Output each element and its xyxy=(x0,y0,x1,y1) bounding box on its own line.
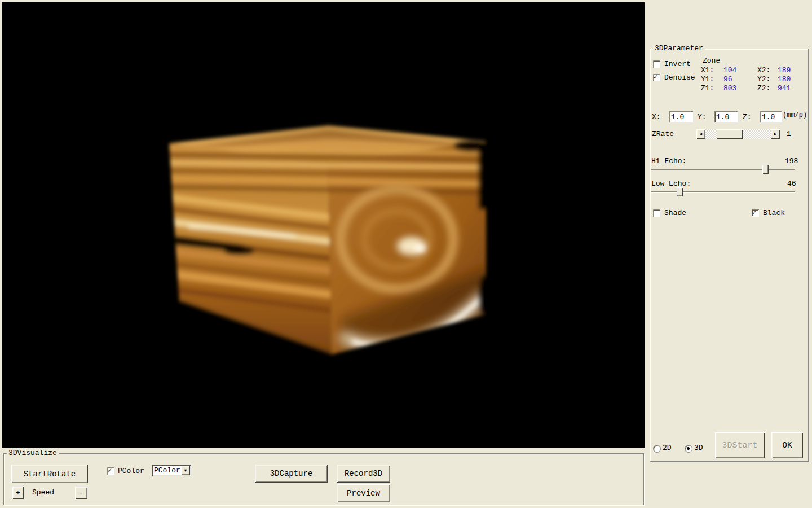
speed-label: Speed xyxy=(32,488,54,497)
scale-y-input[interactable] xyxy=(714,111,738,122)
low-echo-value: 46 xyxy=(787,179,796,188)
denoise-checkbox[interactable] xyxy=(653,74,660,81)
capture3d-button[interactable]: 3DCapture xyxy=(255,465,328,483)
pcolor-dropdown-value: PColor xyxy=(154,466,180,475)
mode-2d-radio[interactable] xyxy=(653,445,661,453)
parameter-groupbox xyxy=(650,49,809,462)
zone-x2-label: X2: xyxy=(757,66,770,75)
zone-x1-label: X1: xyxy=(701,66,714,75)
zone-y1-label: Y1: xyxy=(701,75,714,84)
invert-label: Invert xyxy=(664,60,691,68)
shade-label: Shade xyxy=(664,209,686,217)
zrate-label: ZRate xyxy=(652,130,674,138)
hi-echo-label: Hi Echo: xyxy=(651,157,686,165)
shade-checkbox[interactable] xyxy=(653,209,660,217)
zone-y2-label: Y2: xyxy=(757,75,770,84)
black-checkbox[interactable] xyxy=(752,209,759,217)
zone-y1-value: 96 xyxy=(723,75,732,84)
scale-z-input[interactable] xyxy=(760,111,782,122)
pcolor-dropdown-arrow-button[interactable]: ▼ xyxy=(181,466,190,475)
zone-z1-label: Z1: xyxy=(701,84,714,93)
pcolor-dropdown[interactable]: PColor ▼ xyxy=(152,465,191,476)
scale-x-input[interactable] xyxy=(669,111,693,122)
scale-x-label: X: xyxy=(652,113,661,121)
low-echo-label: Low Echo: xyxy=(651,179,691,188)
scale-y-label: Y: xyxy=(698,113,707,121)
mode-3d-label: 3D xyxy=(694,444,703,452)
zrate-scroll-thumb[interactable] xyxy=(717,129,743,139)
start-rotate-button[interactable]: StartRotate xyxy=(11,465,88,483)
ok-button[interactable]: OK xyxy=(771,432,803,458)
arrow-left-icon: ◄ xyxy=(700,132,703,137)
invert-checkbox[interactable] xyxy=(653,60,660,68)
black-label: Black xyxy=(763,209,785,217)
zrate-scroll-right-button[interactable]: ► xyxy=(771,129,780,139)
pcolor-checkbox-label: PColor xyxy=(118,467,144,475)
chevron-down-icon: ▼ xyxy=(184,468,187,473)
parameter-group-title: 3DParameter xyxy=(653,45,705,52)
scale-z-label: Z: xyxy=(743,113,752,121)
hi-echo-slider-thumb[interactable] xyxy=(762,165,769,174)
preview-button[interactable]: Preview xyxy=(337,484,390,502)
low-echo-slider-track[interactable] xyxy=(651,191,795,193)
zone-x2-value: 189 xyxy=(778,66,791,75)
scale-unit-label: (mm/p) xyxy=(783,111,807,119)
visualize-group-title: 3DVisualize xyxy=(7,449,59,457)
zone-z2-value: 941 xyxy=(778,84,791,93)
zrate-scroll-left-button[interactable]: ◄ xyxy=(696,129,705,139)
zrate-value: 1 xyxy=(787,130,791,138)
speed-minus-button[interactable]: - xyxy=(75,487,87,499)
speed-plus-button[interactable]: + xyxy=(12,487,24,499)
zone-z2-label: Z2: xyxy=(757,84,770,93)
mode-2d-label: 2D xyxy=(663,444,672,452)
zone-title: Zone xyxy=(703,56,720,65)
denoise-label: Denoise xyxy=(664,73,695,82)
start3d-button[interactable]: 3DStart xyxy=(715,432,765,458)
zrate-scrollbar[interactable]: ◄ ► xyxy=(696,129,780,139)
zone-z1-value: 803 xyxy=(723,84,736,93)
hi-echo-slider-track[interactable] xyxy=(651,169,795,170)
record3d-button[interactable]: Record3D xyxy=(337,465,390,483)
pcolor-checkbox[interactable] xyxy=(107,467,114,475)
zone-y2-value: 180 xyxy=(778,75,791,84)
zone-x1-value: 104 xyxy=(723,66,736,75)
low-echo-slider-thumb[interactable] xyxy=(677,187,683,196)
hi-echo-value: 198 xyxy=(785,157,798,165)
render-viewport[interactable] xyxy=(2,2,645,448)
volume-render xyxy=(2,2,645,448)
arrow-right-icon: ► xyxy=(774,132,777,137)
mode-3d-radio[interactable] xyxy=(685,445,692,453)
